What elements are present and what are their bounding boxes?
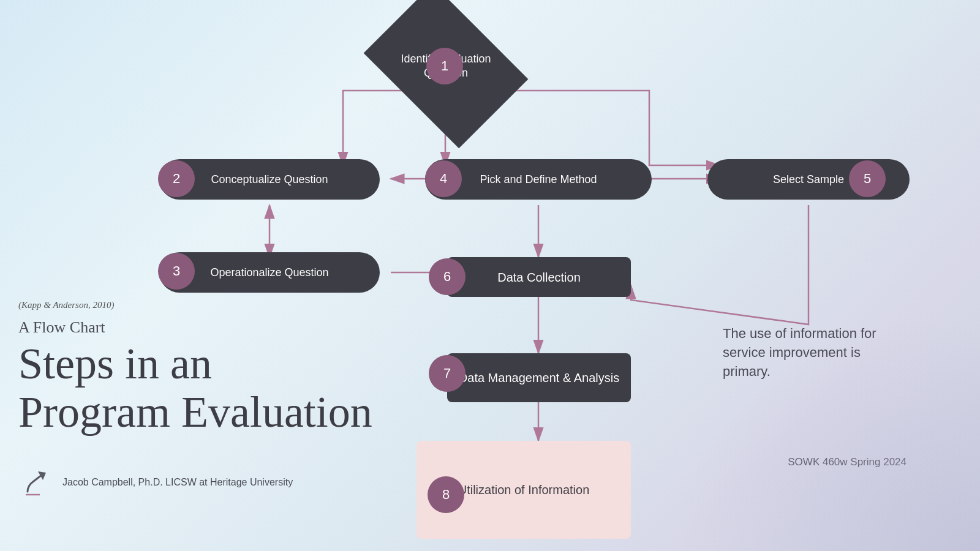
num-circle-2: 2 [158,160,195,197]
num-circle-8: 8 [428,476,464,513]
author-text: Jacob Campbell, Ph.D. LICSW at Heritage … [62,477,293,488]
course-text: SOWK 460w Spring 2024 [788,456,907,468]
svg-marker-13 [38,471,46,480]
num-circle-6: 6 [429,258,466,295]
num-circle-7: 7 [429,355,466,392]
num-circle-1: 1 [426,48,463,84]
node-7: Data Management & Analysis [447,353,631,402]
flowchart-area: Identify Evaluation Question 1 Conceptua… [0,0,980,551]
num-circle-3: 3 [158,253,195,290]
author-area: Jacob Campbell, Ph.D. LICSW at Heritage … [18,464,293,501]
citation: (Kapp & Anderson, 2010) [18,300,114,310]
num-circle-5: 5 [849,160,886,197]
subtitle: A Flow Chart [18,318,105,337]
num-circle-4: 4 [425,160,462,197]
info-text: The use of information for service impro… [723,324,907,381]
node-6: Data Collection [447,257,631,297]
main-title: Steps in anProgram Evaluation [18,340,372,437]
author-icon [18,464,55,501]
